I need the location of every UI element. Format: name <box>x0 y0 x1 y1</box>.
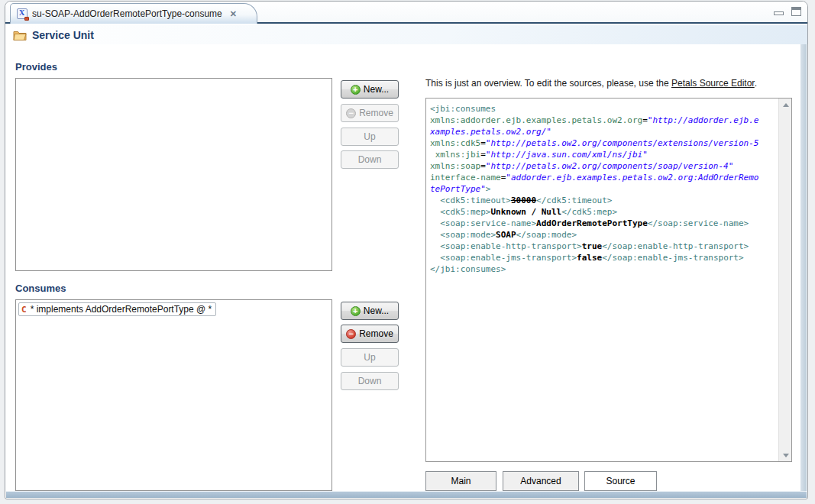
consumes-new-button[interactable]: + New... <box>341 302 399 320</box>
petals-source-editor-link[interactable]: Petals Source Editor <box>671 78 755 89</box>
main-content: Provides + New... − Remove Up Down Consu… <box>5 44 802 495</box>
button-label: Remove <box>359 108 393 118</box>
xml-file-icon: X <box>17 8 27 19</box>
editor-tab-bar: X su-SOAP-AddOrderRemotePortType-consume… <box>5 2 807 24</box>
code-line: <cdk5:mep>Unknown / Null</cdk5:mep> <box>430 206 777 218</box>
maximize-icon[interactable] <box>791 7 801 16</box>
scroll-up-button[interactable] <box>779 99 792 111</box>
consumes-list[interactable]: C * implements AddOrderRemotePortType @ … <box>15 299 332 491</box>
consumes-list-item[interactable]: C * implements AddOrderRemotePortType @ … <box>18 302 216 316</box>
button-label: Down <box>358 376 382 386</box>
window-right-border <box>800 44 807 495</box>
source-preview: <jbi:consumesxmlns:addorder.ejb.examples… <box>425 98 792 462</box>
code-line: xamples.petals.ow2.org/" <box>430 126 777 137</box>
code-line: <jbi:consumes <box>430 103 777 115</box>
provides-section-title: Provides <box>15 61 57 73</box>
window-bottom-border <box>6 491 807 498</box>
button-label: Up <box>364 131 375 142</box>
plus-icon: + <box>351 306 361 316</box>
minus-icon: − <box>346 108 356 118</box>
provides-up-button: Up <box>341 128 399 146</box>
provides-down-button: Down <box>341 150 399 169</box>
tab-advanced[interactable]: Advanced <box>503 471 579 491</box>
code-line: xmlns:cdk5="http://petals.ow2.org/compon… <box>430 137 777 149</box>
form-header: Service Unit <box>5 25 807 44</box>
list-item-label: * implements AddOrderRemotePortType @ * <box>31 304 212 315</box>
xml-file-dot <box>24 17 29 21</box>
scroll-down-icon <box>783 454 789 457</box>
button-label: New... <box>364 84 389 95</box>
minimize-icon[interactable] <box>774 11 784 15</box>
tab-title: su-SOAP-AddOrderRemotePortType-consume <box>32 8 222 19</box>
code-line: xmlns:jbi="http://java.sun.com/xml/ns/jb… <box>430 149 777 160</box>
code-line: tePortType"> <box>430 183 777 195</box>
overview-suffix: . <box>755 78 757 89</box>
editor-window: X su-SOAP-AddOrderRemotePortType-consume… <box>5 1 808 499</box>
code-line: <soap:service-name>AddOrderRemotePortTyp… <box>430 218 777 229</box>
code-line: <soap:enable-http-transport>true</soap:e… <box>430 241 777 252</box>
view-controls <box>774 7 801 16</box>
overview-prefix: This is just an overview. To edit the so… <box>425 78 671 89</box>
consumes-section-title: Consumes <box>15 283 66 294</box>
code-line: <cdk5:timeout>30000</cdk5:timeout> <box>430 195 777 206</box>
consume-type-icon: C <box>21 305 27 315</box>
tab-close-icon[interactable]: ✕ <box>230 9 237 19</box>
code-line: <soap:mode>SOAP</soap:mode> <box>430 229 777 241</box>
editor-tab[interactable]: X su-SOAP-AddOrderRemotePortType-consume… <box>10 3 257 24</box>
button-label: Down <box>358 154 382 165</box>
button-label: Up <box>364 352 375 363</box>
consumes-up-button: Up <box>341 348 399 367</box>
provides-remove-button: − Remove <box>341 104 399 122</box>
button-label: New... <box>364 305 389 316</box>
minus-icon: − <box>346 329 356 339</box>
scroll-down-button[interactable] <box>779 449 792 461</box>
consumes-down-button: Down <box>341 372 399 390</box>
consumes-remove-button[interactable]: − Remove <box>341 325 399 343</box>
scroll-up-icon <box>783 103 789 107</box>
tab-source[interactable]: Source <box>584 471 657 491</box>
code-line: interface-name="addorder.ejb.examples.pe… <box>430 172 777 183</box>
overview-text: This is just an overview. To edit the so… <box>425 78 757 89</box>
folder-icon <box>13 30 27 40</box>
tab-main[interactable]: Main <box>425 471 496 491</box>
button-label: Remove <box>359 328 393 339</box>
source-code[interactable]: <jbi:consumesxmlns:addorder.ejb.examples… <box>426 99 778 461</box>
code-line: <soap:enable-jms-transport>false</soap:e… <box>430 252 777 263</box>
code-line: xmlns:soap="http://petals.ow2.org/compon… <box>430 160 777 172</box>
page-title: Service Unit <box>32 29 94 41</box>
code-line: xmlns:addorder.ejb.examples.petals.ow2.o… <box>430 115 777 126</box>
code-scrollbar[interactable] <box>778 99 791 461</box>
provides-new-button[interactable]: + New... <box>341 80 399 99</box>
provides-list[interactable] <box>15 78 332 271</box>
code-line: </jbi:consumes> <box>430 263 777 275</box>
plus-icon: + <box>351 85 361 95</box>
